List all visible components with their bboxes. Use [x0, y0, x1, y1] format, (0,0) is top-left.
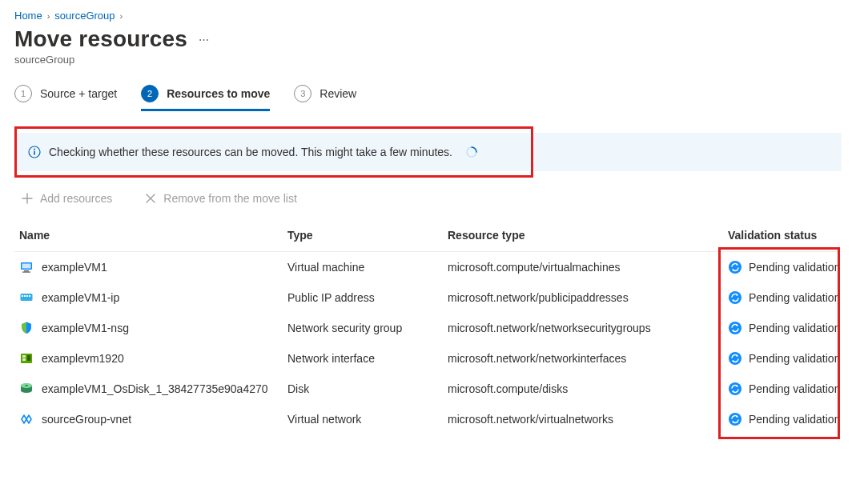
close-icon	[144, 192, 157, 205]
remove-from-list-button[interactable]: Remove from the move list	[144, 192, 297, 205]
table-row[interactable]: exampleVM1-nsgNetwork security groupmicr…	[14, 313, 842, 343]
resource-type-id: microsoft.network/networksecuritygroups	[443, 313, 723, 343]
col-header-resource-type[interactable]: Resource type	[443, 222, 723, 252]
info-banner-text: Checking whether these resources can be …	[49, 146, 452, 158]
step-label: Source + target	[40, 87, 117, 100]
chevron-right-icon: ›	[47, 11, 50, 21]
resource-name: sourceGroup-vnet	[42, 413, 131, 426]
nic-icon	[19, 351, 34, 366]
add-resources-button[interactable]: Add resources	[21, 192, 112, 205]
table-row[interactable]: exampleVM1Virtual machinemicrosoft.compu…	[14, 252, 842, 283]
resource-name: exampleVM1_OsDisk_1_38427735e90a4270	[42, 382, 268, 395]
col-header-type[interactable]: Type	[283, 222, 443, 252]
resource-type-id: microsoft.network/networkinterfaces	[443, 343, 723, 374]
resource-type-friendly: Virtual network	[283, 404, 443, 434]
page-title: Move resources	[14, 26, 187, 52]
step-label: Review	[319, 87, 356, 100]
vnet-icon	[19, 412, 34, 426]
add-resources-label: Add resources	[40, 192, 112, 205]
ip-icon	[19, 290, 34, 305]
table-row[interactable]: exampleVM1_OsDisk_1_38427735e90a4270Disk…	[14, 374, 842, 404]
table-row[interactable]: sourceGroup-vnetVirtual networkmicrosoft…	[14, 404, 842, 434]
svg-point-1	[34, 149, 35, 150]
vm-icon	[19, 260, 34, 274]
table-row[interactable]: exampleVM1-ipPublic IP addressmicrosoft.…	[14, 282, 842, 313]
validation-status: Pending validation	[749, 413, 840, 426]
validation-status: Pending validation	[749, 291, 840, 304]
breadcrumb-source-group[interactable]: sourceGroup	[54, 10, 115, 22]
sync-icon	[728, 382, 742, 396]
validation-status: Pending validation	[749, 261, 840, 274]
resource-type-id: microsoft.network/virtualnetworks	[443, 404, 723, 434]
page-subtitle: sourceGroup	[14, 54, 842, 66]
resource-type-id: microsoft.compute/virtualmachines	[443, 252, 723, 283]
wizard-step-3[interactable]: 3Review	[294, 85, 356, 109]
sync-icon	[728, 412, 742, 426]
sync-icon	[728, 351, 742, 366]
sync-icon	[728, 290, 742, 305]
chevron-right-icon: ›	[120, 11, 123, 21]
nsg-icon	[19, 321, 34, 335]
step-number-badge: 1	[14, 85, 32, 102]
resource-type-friendly: Network security group	[283, 313, 443, 343]
step-label: Resources to move	[167, 87, 270, 100]
remove-from-list-label: Remove from the move list	[163, 192, 297, 205]
plus-icon	[21, 192, 34, 205]
breadcrumb-home[interactable]: Home	[14, 10, 42, 22]
info-icon	[28, 146, 41, 158]
resource-type-friendly: Public IP address	[283, 282, 443, 313]
step-number-badge: 2	[141, 85, 159, 102]
resource-name: examplevm1920	[42, 352, 124, 365]
more-actions-button[interactable]: ⋯	[199, 34, 211, 46]
resource-type-friendly: Virtual machine	[283, 252, 443, 283]
col-header-validation-status[interactable]: Validation status	[723, 222, 842, 252]
wizard-stepper: 1Source + target2Resources to move3Revie…	[14, 85, 842, 109]
info-banner: Checking whether these resources can be …	[14, 126, 842, 178]
resource-name: exampleVM1-nsg	[42, 322, 129, 334]
step-number-badge: 3	[294, 85, 311, 102]
col-header-name[interactable]: Name	[14, 222, 283, 252]
resource-name: exampleVM1-ip	[42, 291, 119, 304]
disk-icon	[19, 382, 34, 396]
resource-type-friendly: Disk	[283, 374, 443, 404]
sync-icon	[728, 260, 742, 274]
resource-type-friendly: Network interface	[283, 343, 443, 374]
svg-rect-2	[34, 151, 35, 155]
wizard-step-2[interactable]: 2Resources to move	[141, 85, 270, 111]
validation-status: Pending validation	[749, 352, 840, 365]
breadcrumb: Home › sourceGroup ›	[14, 10, 842, 22]
resource-type-id: microsoft.compute/disks	[443, 374, 723, 404]
validation-status: Pending validation	[749, 382, 840, 395]
spinner-icon	[465, 146, 478, 158]
wizard-step-1[interactable]: 1Source + target	[14, 85, 117, 109]
command-bar: Add resources Remove from the move list	[14, 192, 842, 205]
resource-type-id: microsoft.network/publicipaddresses	[443, 282, 723, 313]
resource-name: exampleVM1	[42, 261, 107, 274]
validation-status: Pending validation	[749, 322, 840, 334]
sync-icon	[728, 321, 742, 335]
resources-table: Name Type Resource type Validation statu…	[14, 222, 842, 434]
table-row[interactable]: examplevm1920Network interfacemicrosoft.…	[14, 343, 842, 374]
